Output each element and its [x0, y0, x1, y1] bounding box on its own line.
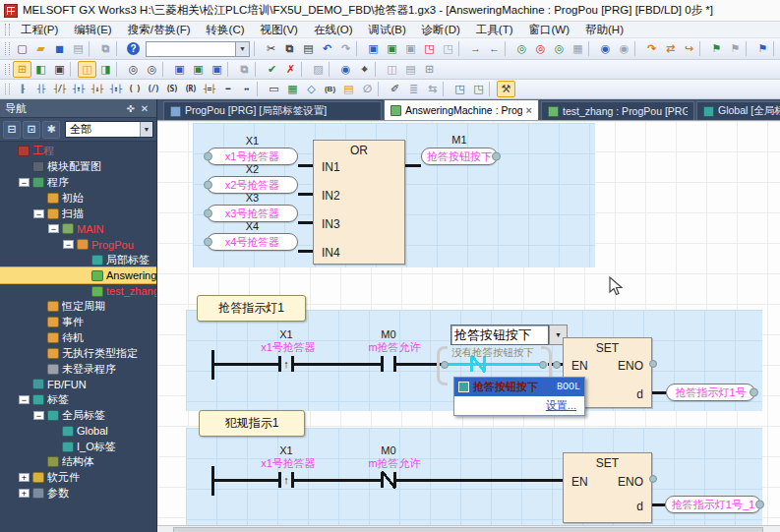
label-comment[interactable]: x1号抢答器: [253, 456, 324, 471]
wire-mode-icon[interactable]: ↔: [237, 81, 256, 97]
undo-icon[interactable]: ↶: [318, 40, 336, 57]
device-batch-icon[interactable]: ▣: [189, 61, 208, 78]
find-replace-icon[interactable]: ◎: [143, 61, 161, 78]
cut-icon[interactable]: ✂: [262, 40, 280, 57]
watch-icon[interactable]: ◉: [336, 61, 355, 78]
tree-item-test-zhang[interactable]: test_zhang: [0, 283, 156, 299]
horizontal-line-icon[interactable]: ━: [218, 81, 237, 97]
device-address[interactable]: X1: [260, 444, 313, 456]
coil-nc-icon[interactable]: (/): [144, 81, 162, 97]
tab-close-icon[interactable]: ×: [526, 104, 532, 116]
tool-options-icon[interactable]: ⚒: [497, 81, 515, 97]
tree-expander-icon[interactable]: −: [33, 411, 44, 420]
tree-expander-icon[interactable]: [33, 194, 44, 203]
contact-normally-open[interactable]: [381, 356, 396, 372]
fbd-bool-icon[interactable]: (B): [321, 81, 339, 97]
contact-normally-closed[interactable]: [381, 472, 396, 488]
screen-gray-icon[interactable]: ◳: [439, 40, 457, 57]
output-label-pill[interactable]: 抢答指示灯1号_1: [665, 496, 761, 513]
toolbar-grip[interactable]: [5, 84, 10, 95]
element-selection-icon[interactable]: ◧: [31, 61, 50, 78]
tree-item-progpou[interactable]: − ProgPou: [0, 237, 156, 253]
device-find-icon[interactable]: ▣: [170, 61, 189, 78]
menu-item[interactable]: 编辑(E): [66, 22, 119, 38]
label-edit-combobox[interactable]: [450, 325, 549, 345]
tab-global-label[interactable]: Global [全局标签设置]: [696, 101, 780, 120]
tab-progpou-local-label[interactable]: ProgPou [PRG] [局部标签设置]: [163, 101, 382, 120]
new-project-icon[interactable]: ▢: [13, 40, 31, 57]
tree-expander-icon[interactable]: −: [19, 395, 30, 404]
coil-set-icon[interactable]: (S): [162, 81, 181, 97]
tree-item-scan[interactable]: − 扫描: [0, 206, 156, 221]
device-address[interactable]: X1: [260, 328, 313, 340]
tree-expander-icon[interactable]: [78, 287, 89, 296]
settings-gear-icon[interactable]: ✱: [42, 121, 60, 139]
menu-item[interactable]: 诊断(D): [414, 22, 468, 38]
device-search-icon[interactable]: ⌖: [355, 61, 374, 78]
step-break-icon[interactable]: ↪: [680, 40, 698, 57]
tree-filter-combobox[interactable]: 全部 ▼: [65, 121, 153, 138]
tree-item-label[interactable]: − 标签: [0, 392, 156, 408]
scrollbar-thumb[interactable]: [173, 527, 763, 532]
read-from-plc-icon[interactable]: ←: [485, 40, 504, 57]
verify-gray-icon[interactable]: ▦: [569, 40, 587, 57]
menu-item[interactable]: 工具(T): [468, 22, 521, 38]
help-icon[interactable]: ?: [124, 40, 143, 57]
contact-both-icon[interactable]: ┤↕├: [106, 81, 125, 97]
list-view-icon[interactable]: ▤: [401, 61, 420, 78]
tree-expander-icon[interactable]: −: [33, 209, 44, 218]
tree-expander-icon[interactable]: [33, 333, 44, 342]
open-project-icon[interactable]: ▰: [31, 40, 50, 57]
tree-sort-icon[interactable]: ⊡: [23, 121, 40, 139]
screen-edit-icon[interactable]: ◳: [469, 81, 488, 97]
output-label-pill[interactable]: 抢答按钮按下: [421, 148, 498, 165]
tree-expander-icon[interactable]: −: [48, 224, 59, 233]
tree-item-global[interactable]: Global: [0, 423, 156, 439]
coil-icon[interactable]: ( ): [125, 81, 144, 97]
tree-item-module-config[interactable]: 模块配置图: [0, 159, 156, 175]
coil-reset-icon[interactable]: (R): [181, 81, 200, 97]
chevron-down-icon[interactable]: ▼: [236, 41, 250, 57]
contact-rising-icon[interactable]: ┤↑├: [69, 81, 88, 97]
label-comment[interactable]: m抢答允许: [353, 340, 436, 355]
comment-box[interactable]: 抢答指示灯1: [197, 295, 306, 322]
device-compare-icon[interactable]: ▣: [401, 40, 420, 57]
tree-item-device[interactable]: + 软元件: [0, 470, 156, 486]
device-address[interactable]: X2: [207, 163, 298, 175]
align-icon[interactable]: ≣: [404, 81, 423, 97]
redo-icon[interactable]: ↷: [336, 40, 355, 57]
device-replace-icon[interactable]: ▣: [208, 61, 226, 78]
tree-expander-icon[interactable]: [33, 349, 44, 358]
window-cascade-icon[interactable]: ◨: [96, 61, 115, 78]
tree-expander-icon[interactable]: [4, 147, 15, 155]
compare-contact-icon[interactable]: ┤=├: [200, 81, 218, 97]
add-element-icon[interactable]: ⊞: [420, 61, 439, 78]
tree-item-global-label[interactable]: − 全局标签: [0, 408, 156, 424]
fbd-operator-icon[interactable]: ◇: [302, 81, 321, 97]
tree-expander-icon[interactable]: −: [19, 178, 30, 187]
toolbar-grip[interactable]: [5, 64, 10, 76]
close-icon[interactable]: ✕: [138, 103, 151, 114]
pin-icon[interactable]: ✜: [124, 103, 138, 114]
tree-item-initial[interactable]: 初始: [0, 190, 156, 206]
tree-item-struct[interactable]: 结构体: [0, 454, 156, 470]
set-function-block[interactable]: SET EN ENO d: [563, 452, 652, 523]
suggest-settings-row[interactable]: 设置...: [454, 396, 584, 415]
docking-window-icon[interactable]: ◫: [383, 61, 401, 78]
or-function-block[interactable]: OR IN1 IN2 IN3 IN4: [313, 140, 405, 265]
tree-item-io-label[interactable]: I_O标签: [0, 439, 156, 454]
menu-item[interactable]: 窗口(W): [521, 22, 578, 38]
verify-red-icon[interactable]: ◎: [531, 40, 550, 57]
tree-expander-icon[interactable]: [19, 162, 30, 171]
tree-item-fixed-cycle[interactable]: 恒定周期: [0, 299, 156, 315]
keyword-search-combobox[interactable]: ▼: [146, 41, 250, 57]
toolbar-grip[interactable]: [5, 24, 10, 34]
save-project-icon[interactable]: ◼: [50, 40, 69, 57]
paste-icon[interactable]: ▤: [299, 40, 318, 57]
menu-item[interactable]: 搜索/替换(F): [120, 22, 199, 38]
write-to-plc-icon[interactable]: →: [466, 40, 485, 57]
device-read-monitor-icon[interactable]: ▣: [383, 40, 401, 57]
tree-item-parameter[interactable]: + 参数: [0, 486, 156, 502]
contact-nc-icon[interactable]: ┤/├: [50, 81, 69, 97]
print-icon[interactable]: ▤: [69, 40, 88, 57]
